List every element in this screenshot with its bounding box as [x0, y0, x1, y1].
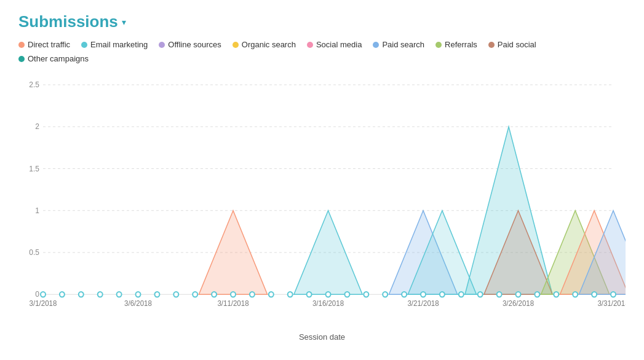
svg-point-46: [250, 292, 255, 297]
svg-text:0: 0: [35, 290, 39, 299]
svg-text:3/26/2018: 3/26/2018: [503, 299, 535, 307]
legend-item: Email marketing: [81, 40, 148, 49]
svg-point-47: [269, 292, 274, 297]
legend-label: Referrals: [445, 40, 477, 49]
chart-area: 00.511.522.53/1/20183/6/20183/11/20183/1…: [18, 72, 626, 330]
svg-text:3/6/2018: 3/6/2018: [124, 299, 152, 307]
svg-point-60: [516, 292, 521, 297]
page-title: Submissions: [18, 12, 118, 31]
legend-label: Paid social: [498, 40, 536, 49]
svg-point-51: [344, 292, 349, 297]
svg-point-36: [60, 292, 65, 297]
page-container: Submissions ▾ Direct trafficEmail market…: [0, 0, 644, 360]
svg-text:1.5: 1.5: [29, 164, 39, 173]
title-row: Submissions ▾: [18, 12, 626, 31]
legend-dot: [233, 42, 239, 48]
svg-point-55: [421, 292, 426, 297]
svg-point-49: [307, 292, 312, 297]
legend-item: Paid search: [373, 40, 424, 49]
legend-label: Offline sources: [168, 40, 221, 49]
svg-point-61: [535, 292, 539, 297]
svg-point-65: [611, 292, 616, 297]
svg-point-64: [592, 292, 597, 297]
legend-item: Direct traffic: [18, 40, 70, 49]
legend-label: Organic search: [242, 40, 296, 49]
svg-point-48: [288, 292, 293, 297]
legend-dot: [488, 42, 495, 48]
legend-label: Social media: [316, 40, 362, 49]
legend-dot: [307, 42, 313, 48]
legend-label: Other campaigns: [28, 54, 89, 63]
legend-dot: [373, 42, 379, 48]
svg-text:3/16/2018: 3/16/2018: [312, 299, 344, 307]
svg-point-39: [117, 292, 122, 297]
svg-point-43: [193, 292, 197, 297]
legend-dot: [81, 42, 87, 48]
svg-point-52: [364, 292, 368, 297]
legend-item: Offline sources: [159, 40, 221, 49]
legend-dot: [435, 42, 442, 48]
svg-text:3/31/2018: 3/31/2018: [597, 299, 626, 307]
svg-point-62: [554, 292, 559, 297]
legend-dot: [18, 56, 25, 62]
svg-point-37: [79, 292, 84, 297]
svg-point-40: [136, 292, 141, 297]
legend-item: Organic search: [233, 40, 296, 49]
chart-svg: 00.511.522.53/1/20183/6/20183/11/20183/1…: [18, 72, 626, 330]
legend-label: Direct traffic: [28, 40, 70, 49]
svg-point-54: [402, 292, 407, 297]
title-dropdown-chevron[interactable]: ▾: [122, 17, 126, 27]
svg-point-59: [497, 292, 502, 297]
legend: Direct trafficEmail marketingOffline sou…: [18, 40, 626, 66]
svg-text:2: 2: [35, 122, 39, 131]
legend-item: Other campaigns: [18, 54, 89, 63]
svg-text:3/21/2018: 3/21/2018: [407, 299, 439, 307]
svg-text:3/1/2018: 3/1/2018: [30, 299, 57, 307]
legend-item: Social media: [307, 40, 362, 49]
legend-dot: [18, 42, 25, 48]
svg-point-57: [459, 292, 464, 297]
svg-point-50: [326, 292, 331, 297]
x-axis-label: Session date: [18, 332, 626, 342]
svg-text:1: 1: [35, 206, 39, 215]
svg-point-44: [212, 292, 217, 297]
svg-point-53: [383, 292, 388, 297]
svg-point-45: [231, 292, 236, 297]
svg-point-58: [478, 292, 483, 297]
legend-label: Email marketing: [90, 40, 148, 49]
legend-dot: [159, 42, 165, 48]
svg-text:0.5: 0.5: [29, 248, 39, 257]
svg-point-41: [154, 292, 159, 297]
svg-point-38: [98, 292, 103, 297]
legend-label: Paid search: [382, 40, 424, 49]
legend-item: Referrals: [435, 40, 477, 49]
svg-point-42: [173, 292, 178, 297]
legend-item: Paid social: [488, 40, 536, 49]
svg-text:2.5: 2.5: [29, 80, 39, 89]
svg-point-35: [41, 292, 46, 297]
svg-point-63: [573, 292, 578, 297]
svg-point-56: [440, 292, 445, 297]
svg-text:3/11/2018: 3/11/2018: [217, 299, 249, 307]
